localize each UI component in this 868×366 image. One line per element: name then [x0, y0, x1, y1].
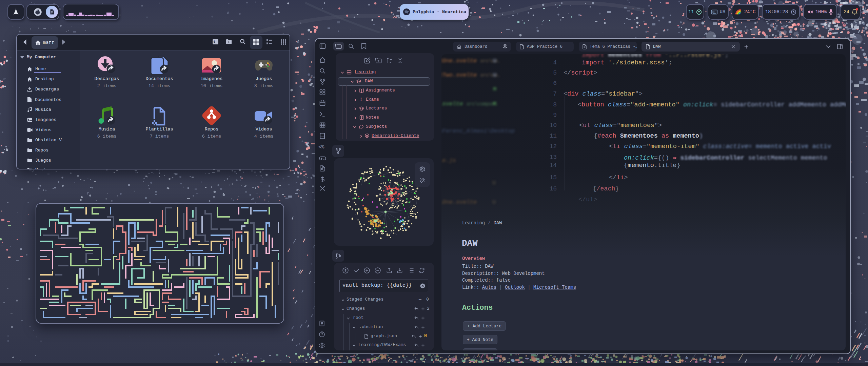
- svg-text:<%: <%: [318, 144, 324, 150]
- svg-text:$_: $_: [214, 40, 218, 44]
